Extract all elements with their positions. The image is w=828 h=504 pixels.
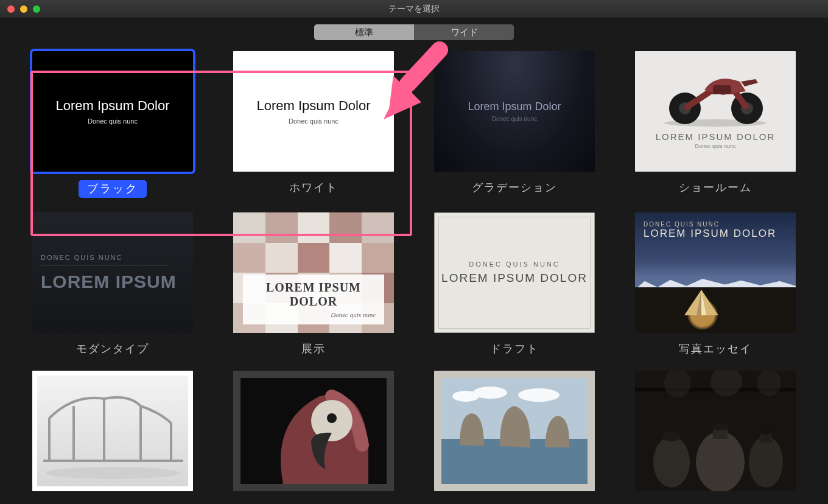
svg-point-20 bbox=[473, 387, 507, 399]
thumb-sub: DONEC QUIS NUNC bbox=[469, 261, 560, 268]
theme-draft[interactable]: DONEC QUIS NUNC LOREM IPSUM DOLOR ドラフト bbox=[432, 212, 597, 356]
theme-label: ブラック bbox=[79, 180, 147, 198]
seastacks-icon bbox=[441, 378, 588, 484]
theme-label: モダンタイプ bbox=[76, 341, 149, 356]
theme-thumb-white[interactable]: Lorem Ipsum Dolor Donec quis nunc bbox=[233, 51, 394, 172]
divider bbox=[41, 265, 169, 265]
svg-point-30 bbox=[759, 429, 773, 435]
theme-modern[interactable]: DONEC QUIS NUNC LOREM IPSUM モダンタイプ bbox=[30, 212, 195, 356]
theme-thumb-gradient[interactable]: Lorem Ipsum Dolor Donec quis nunc bbox=[434, 51, 595, 172]
minimize-icon[interactable] bbox=[20, 5, 27, 13]
titlebar: テーマを選択 bbox=[0, 0, 828, 18]
bridge-icon bbox=[37, 376, 188, 486]
svg-point-24 bbox=[662, 432, 681, 441]
theme-thumb[interactable] bbox=[32, 371, 193, 491]
window-controls bbox=[0, 5, 40, 13]
thumb-heading: Lorem Ipsum Dolor bbox=[55, 98, 169, 114]
theme-label: ホワイト bbox=[289, 180, 338, 195]
thumb-heading: LOREM IPSUM DOLOR bbox=[251, 281, 376, 309]
aspect-segmented: 標準 ワイド bbox=[314, 24, 514, 40]
svg-point-23 bbox=[653, 436, 690, 488]
svg-point-25 bbox=[696, 432, 745, 491]
thumb-heading: LOREM IPSUM bbox=[41, 271, 193, 292]
thumb-heading: LOREM IPSUM DOLOR bbox=[644, 228, 787, 240]
svg-point-28 bbox=[749, 436, 783, 488]
theme-black[interactable]: Lorem Ipsum Dolor Donec quis nunc ブラック bbox=[30, 51, 195, 198]
theme-thumb[interactable] bbox=[635, 371, 796, 491]
svg-point-16 bbox=[327, 413, 337, 423]
motorcycle-icon bbox=[654, 61, 776, 128]
theme-label: 写真エッセイ bbox=[679, 341, 752, 356]
window-title: テーマを選択 bbox=[0, 4, 828, 15]
thumb-sub: Donec quis nunc bbox=[88, 117, 138, 125]
parrot-icon bbox=[240, 378, 387, 484]
theme-exhibit[interactable]: LOREM IPSUM DOLOR Donec quis nunc 展示 bbox=[231, 212, 396, 356]
theme-grid-wrap: Lorem Ipsum Dolor Donec quis nunc ブラック L… bbox=[0, 45, 828, 504]
theme-thumb[interactable] bbox=[434, 371, 595, 491]
thumb-sub: Donec quis nunc bbox=[289, 117, 339, 125]
thumb-sub: Donec quis nunc bbox=[251, 311, 376, 318]
theme-showroom[interactable]: LOREM IPSUM DOLOR Donec quis nunc ショールーム bbox=[633, 51, 798, 198]
svg-point-21 bbox=[518, 388, 560, 402]
theme-label: グラデーション bbox=[472, 180, 557, 195]
theme-row3-b[interactable] bbox=[231, 371, 396, 491]
theme-row3-d[interactable] bbox=[633, 371, 798, 491]
theme-grid: Lorem Ipsum Dolor Donec quis nunc ブラック L… bbox=[18, 51, 810, 491]
theme-thumb[interactable] bbox=[233, 371, 394, 491]
pottery-icon bbox=[635, 371, 796, 491]
theme-thumb-modern[interactable]: DONEC QUIS NUNC LOREM IPSUM bbox=[32, 212, 193, 333]
aspect-segmented-bar: 標準 ワイド bbox=[0, 18, 828, 45]
theme-thumb-draft[interactable]: DONEC QUIS NUNC LOREM IPSUM DOLOR bbox=[434, 212, 595, 333]
thumb-heading: Lorem Ipsum Dolor bbox=[468, 100, 561, 113]
theme-row3-c[interactable] bbox=[432, 371, 597, 491]
close-icon[interactable] bbox=[7, 5, 15, 13]
thumb-heading: LOREM IPSUM DOLOR bbox=[656, 131, 776, 142]
theme-thumb-showroom[interactable]: LOREM IPSUM DOLOR Donec quis nunc bbox=[635, 51, 796, 172]
zoom-icon[interactable] bbox=[33, 5, 40, 13]
svg-point-13 bbox=[46, 467, 180, 479]
theme-thumb-black[interactable]: Lorem Ipsum Dolor Donec quis nunc bbox=[32, 51, 193, 172]
theme-white[interactable]: Lorem Ipsum Dolor Donec quis nunc ホワイト bbox=[231, 51, 396, 198]
theme-label: ドラフト bbox=[490, 341, 539, 356]
thumb-heading: Lorem Ipsum Dolor bbox=[256, 98, 370, 114]
theme-photoessay[interactable]: DONEC QUIS NUNC LOREM IPSUM DOLOR 写真エッセイ bbox=[633, 212, 798, 356]
svg-point-27 bbox=[712, 423, 729, 430]
segment-standard[interactable]: 標準 bbox=[314, 24, 414, 40]
theme-label: 展示 bbox=[301, 341, 326, 356]
theme-gradient[interactable]: Lorem Ipsum Dolor Donec quis nunc グラデーショ… bbox=[432, 51, 597, 198]
thumb-sub: Donec quis nunc bbox=[492, 116, 538, 122]
theme-label: ショールーム bbox=[679, 180, 752, 195]
thumb-heading: LOREM IPSUM DOLOR bbox=[441, 271, 588, 285]
theme-thumb-exhibit[interactable]: LOREM IPSUM DOLOR Donec quis nunc bbox=[233, 212, 394, 333]
theme-row3-a[interactable] bbox=[30, 371, 195, 491]
segment-wide[interactable]: ワイド bbox=[414, 24, 514, 40]
theme-thumb-photoessay[interactable]: DONEC QUIS NUNC LOREM IPSUM DOLOR bbox=[635, 212, 796, 333]
svg-rect-8 bbox=[713, 85, 731, 94]
thumb-sub: DONEC QUIS NUNC bbox=[644, 221, 787, 228]
thumb-sub: Donec quis nunc bbox=[695, 143, 735, 149]
svg-point-34 bbox=[757, 371, 781, 396]
tent-icon bbox=[683, 289, 720, 317]
thumb-sub: DONEC QUIS NUNC bbox=[41, 254, 193, 261]
thumb-panel: LOREM IPSUM DOLOR Donec quis nunc bbox=[243, 275, 384, 324]
